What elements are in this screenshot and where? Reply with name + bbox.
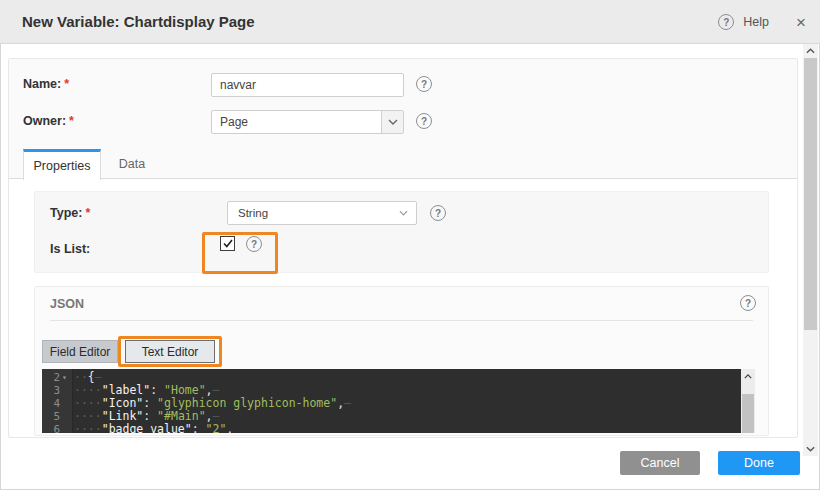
type-help-icon[interactable]: ? (430, 205, 446, 221)
code-line: ····"badge_value": "2", (74, 423, 741, 433)
divider (50, 320, 753, 321)
code-lines: ··{–····"label": "Home",–····"Icon": "gl… (74, 371, 741, 433)
line-number: 2▾ (42, 371, 72, 384)
is-list-checkbox[interactable] (220, 236, 235, 251)
fold-icon[interactable]: ▾ (60, 371, 69, 384)
required-marker: * (69, 114, 74, 128)
text-editor-button[interactable]: Text Editor (125, 340, 215, 363)
owner-help-icon[interactable]: ? (416, 113, 432, 129)
tab-properties[interactable]: Properties (23, 149, 101, 180)
dialog-body-panel: Name:* ? Owner:* Page ? Properties Data … (8, 58, 798, 438)
is-list-highlight-annotation (202, 232, 278, 274)
properties-subpanel: Type:* String ? Is List: ? (34, 191, 769, 273)
line-number: 4 (42, 397, 72, 410)
type-select-value: String (238, 207, 268, 219)
chevron-down-icon (399, 210, 408, 216)
line-number: 3 (42, 384, 72, 397)
required-marker: * (64, 77, 69, 91)
owner-select-value: Page (220, 115, 248, 129)
chevron-down-icon (388, 119, 398, 125)
close-icon[interactable]: × (796, 14, 806, 31)
dialog-scrollbar[interactable] (803, 44, 818, 456)
scroll-down-icon[interactable] (803, 442, 818, 456)
json-panel: JSON ? Field Editor Text Editor 2▾3456 ·… (34, 286, 769, 436)
name-label: Name:* (23, 77, 69, 91)
checkbox-check-icon (223, 239, 233, 248)
owner-label: Owner:* (23, 114, 74, 128)
owner-select[interactable]: Page (211, 110, 404, 134)
owner-select-arrow-box[interactable] (381, 111, 403, 133)
dialog-title: New Variable: Chartdisplay Page (22, 13, 255, 30)
dialog-scrollbar-thumb[interactable] (804, 58, 817, 330)
tab-data[interactable]: Data (101, 149, 163, 179)
line-number: 6 (42, 423, 72, 433)
cancel-button[interactable]: Cancel (620, 451, 700, 475)
type-label: Type:* (50, 206, 90, 220)
is-list-label: Is List: (50, 242, 90, 256)
tab-bar: Properties Data (9, 149, 797, 179)
editor-scroll-up-icon[interactable] (741, 369, 755, 383)
name-input[interactable] (211, 73, 404, 97)
is-list-help-icon[interactable]: ? (246, 236, 262, 252)
json-help-icon[interactable]: ? (740, 295, 756, 311)
field-editor-button[interactable]: Field Editor (42, 340, 118, 363)
dialog-header: New Variable: Chartdisplay Page ? Help × (0, 0, 820, 44)
json-code-editor[interactable]: 2▾3456 ··{–····"label": "Home",–····"Ico… (42, 369, 755, 433)
editor-scrollbar[interactable] (741, 369, 755, 433)
type-select[interactable]: String (227, 201, 417, 225)
new-variable-dialog: New Variable: Chartdisplay Page ? Help ×… (0, 0, 820, 490)
help-link[interactable]: Help (743, 15, 769, 29)
scroll-up-icon[interactable] (803, 44, 818, 58)
json-section-title: JSON (50, 297, 84, 311)
code-gutter: 2▾3456 (42, 369, 73, 433)
help-question-icon[interactable]: ? (718, 14, 734, 30)
name-help-icon[interactable]: ? (416, 76, 432, 92)
done-button[interactable]: Done (718, 451, 800, 475)
line-number: 5 (42, 410, 72, 423)
editor-scrollbar-thumb[interactable] (742, 394, 754, 433)
required-marker: * (85, 206, 90, 220)
